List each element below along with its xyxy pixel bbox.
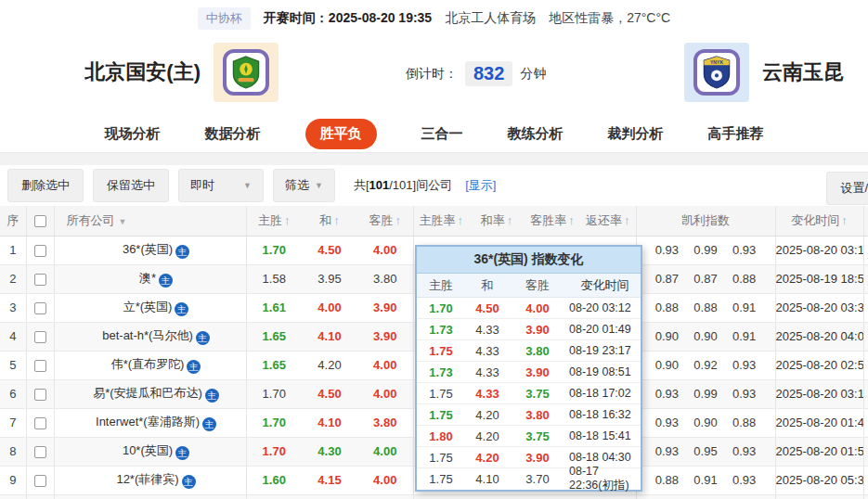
- odds-home: 1.65: [246, 351, 302, 379]
- company-name[interactable]: Interwet*(塞浦路斯): [96, 415, 200, 429]
- kelly-away: 0.93: [732, 358, 756, 372]
- main-company-badge-icon: 主: [202, 417, 216, 431]
- keep-selected-button[interactable]: 保留选中: [93, 169, 169, 202]
- venue-text: 北京工人体育场: [445, 10, 536, 27]
- change-time: 2025-08-19 18:55: [775, 264, 863, 293]
- odds-draw: 4.15: [302, 466, 357, 494]
- tab-expert[interactable]: 高手推荐: [708, 125, 764, 143]
- league-badge: 中协杯: [198, 7, 251, 30]
- edge-sliver: [863, 408, 868, 437]
- company-name[interactable]: bet-at-h*(马尔他): [102, 328, 193, 342]
- col-draw-rate-header[interactable]: 和率↑: [469, 206, 525, 236]
- popup-change-time: 08-18 17:02: [565, 387, 641, 400]
- company-name[interactable]: 12*(菲律宾): [116, 472, 178, 486]
- row-checkbox[interactable]: [34, 302, 46, 314]
- kelly-cell: 0.880.910.93: [636, 466, 775, 494]
- row-checkbox[interactable]: [34, 360, 46, 372]
- popup-change-time: 08-19 23:17: [565, 344, 641, 357]
- row-checkbox[interactable]: [34, 446, 46, 458]
- company-name[interactable]: 易*(安提瓜和巴布达): [93, 386, 202, 400]
- delete-selected-button[interactable]: 删除选中: [7, 169, 84, 202]
- popup-odds-away: 3.70: [510, 472, 565, 486]
- company-count-text: 共[101/101]间公司: [354, 177, 452, 194]
- kelly-cell: 0.870.870.88: [636, 264, 775, 293]
- col-away-rate-header[interactable]: 客胜率↑: [525, 206, 580, 236]
- company-name[interactable]: 澳*: [139, 271, 156, 285]
- col-time-header[interactable]: 变化时间↑: [775, 206, 863, 236]
- select-all-checkbox[interactable]: [34, 215, 46, 227]
- kelly-draw: 0.90: [693, 329, 717, 343]
- company-cell: 澳*主: [54, 264, 246, 293]
- show-link[interactable]: [显示]: [465, 177, 496, 194]
- row-index: 2: [0, 264, 26, 293]
- row-checkbox[interactable]: [34, 475, 46, 487]
- company-name[interactable]: 36*(英国): [123, 242, 173, 256]
- col-home-rate-header[interactable]: 主胜率↑: [413, 206, 469, 236]
- kelly-home: 0.90: [655, 358, 679, 372]
- row-checkbox[interactable]: [34, 274, 46, 286]
- home-team-logo: [214, 43, 279, 102]
- odds-away: 4.00: [357, 236, 413, 264]
- table-header-row: 序 所有公司▼ 主胜↑ 和↑ 客胜↑ 主胜率↑ 和率↑ 客胜率↑ 返还率↑ 凯利…: [0, 206, 868, 236]
- col-company-header[interactable]: 所有公司▼: [54, 206, 246, 236]
- col-away-header[interactable]: 客胜↑: [357, 206, 413, 236]
- odds-draw: 3.95: [302, 264, 357, 293]
- col-draw-header[interactable]: 和↑: [302, 206, 357, 236]
- col-return-rate-header[interactable]: 返还率↑: [580, 206, 636, 236]
- main-company-badge-icon: 主: [205, 389, 219, 403]
- kelly-draw: 0.92: [693, 358, 717, 372]
- row-index: 9: [0, 466, 26, 494]
- odds-home: 1.60: [246, 466, 302, 494]
- odds-home: 1.70: [246, 437, 302, 466]
- kelly-draw: 0.88: [693, 301, 717, 314]
- company-name[interactable]: 10*(英国): [123, 443, 173, 457]
- tab-1x2[interactable]: 胜平负: [305, 119, 377, 149]
- tab-live[interactable]: 现场分析: [105, 125, 161, 143]
- kelly-home: 0.90: [655, 329, 679, 343]
- popup-odds-home: 1.75: [417, 451, 465, 465]
- tab-coach[interactable]: 教练分析: [508, 125, 564, 143]
- edge-sliver: [863, 206, 868, 236]
- row-checkbox[interactable]: [34, 417, 46, 429]
- odds-home: 1.70: [246, 379, 302, 408]
- odds-history-popup: 36*(英国) 指数变化 主胜 和 客胜 变化时间 1.704.504.0008…: [415, 245, 642, 492]
- sort-asc-icon: ↑: [507, 213, 513, 227]
- nav-tabs: 现场分析数据分析胜平负三合一教练分析裁判分析高手推荐: [0, 116, 868, 153]
- company-cell: 易*(安提瓜和巴布达)主: [54, 379, 246, 408]
- edge-sliver: [863, 236, 868, 264]
- sort-asc-icon: ↑: [333, 213, 340, 227]
- popup-odds-away: 3.80: [510, 344, 565, 358]
- popup-odds-away: 3.90: [510, 451, 565, 465]
- instant-odds-dropdown[interactable]: 即时 ▼: [178, 169, 264, 202]
- company-name[interactable]: 立*(英国): [123, 300, 173, 313]
- row-index: 6: [0, 379, 26, 408]
- odds-away: 3.90: [357, 322, 413, 351]
- company-name[interactable]: 伟*(直布罗陀): [111, 357, 185, 371]
- odds-draw: 4.20: [302, 351, 357, 379]
- main-company-badge-icon: 主: [159, 274, 173, 288]
- tab-3in1[interactable]: 三合一: [421, 125, 463, 143]
- kelly-away: 0.93: [732, 387, 756, 401]
- row-index: 3: [0, 293, 26, 322]
- col-home-header[interactable]: 主胜↑: [246, 206, 302, 236]
- row-checkbox[interactable]: [34, 331, 46, 343]
- chevron-down-icon: ▼: [315, 181, 323, 190]
- edge-sliver: [863, 264, 868, 293]
- odds-draw: 4.50: [302, 379, 357, 408]
- kelly-away: 0.91: [732, 301, 756, 314]
- odds-home: 1.61: [246, 293, 302, 322]
- row-checkbox[interactable]: [34, 389, 46, 401]
- popup-odds-home: 1.75: [417, 387, 465, 401]
- tab-referee[interactable]: 裁判分析: [608, 125, 664, 143]
- filter-dropdown[interactable]: 筛选 ▼: [273, 169, 335, 202]
- kelly-away: 0.88: [732, 272, 756, 286]
- company-cell: 36*(英国)主: [54, 236, 246, 264]
- settings-button[interactable]: 设置/选: [826, 172, 868, 205]
- away-team-logo: YNYK: [684, 43, 749, 102]
- home-team-name: 北京国安(主): [84, 58, 201, 86]
- popup-odds-home: 1.75: [417, 472, 465, 486]
- row-checkbox-cell: [26, 351, 54, 379]
- row-checkbox[interactable]: [34, 245, 46, 257]
- tab-data[interactable]: 数据分析: [205, 125, 261, 143]
- popup-row: 1.704.504.0008-20 03:12: [417, 298, 641, 319]
